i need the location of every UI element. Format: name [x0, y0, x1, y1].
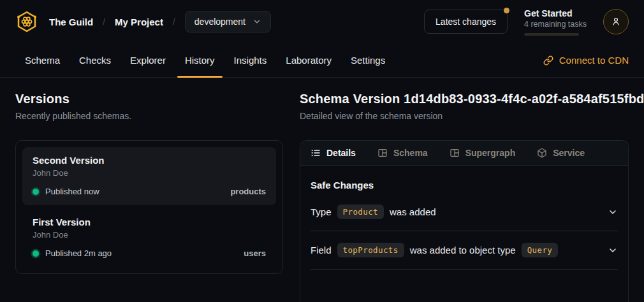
detail-tab-label: Service [553, 148, 585, 158]
user-avatar[interactable] [603, 9, 629, 34]
schema-version-subtitle: Detailed view of the schema version [300, 111, 629, 121]
breadcrumb-project[interactable]: My Project [115, 17, 163, 27]
tab-schema[interactable]: Schema [15, 43, 70, 77]
version-author: John Doe [33, 168, 266, 178]
get-started-widget[interactable]: Get Started 4 remaining tasks [524, 8, 587, 36]
change-code-badge: topProducts [337, 243, 404, 257]
header: The Guild / My Project / development Lat… [0, 0, 644, 43]
detail-tab-label: Supergraph [465, 148, 516, 158]
tab-checks[interactable]: Checks [70, 43, 121, 77]
breadcrumb-separator: / [103, 17, 105, 27]
change-text: Field [311, 245, 332, 255]
link-icon [543, 55, 553, 66]
chevron-down-icon[interactable] [608, 207, 618, 217]
published-status-icon [33, 250, 39, 257]
version-list-item[interactable]: First Version John Doe Published 2m ago … [22, 209, 276, 267]
tab-laboratory[interactable]: Laboratory [276, 43, 341, 77]
tab-history[interactable]: History [175, 43, 224, 77]
version-service: products [230, 187, 266, 196]
detail-tab-service[interactable]: Service [537, 148, 585, 158]
detail-tab-details[interactable]: Details [311, 148, 356, 158]
notification-dot [504, 8, 509, 13]
get-started-title: Get Started [524, 8, 587, 18]
version-status: Published 2m ago [45, 248, 112, 258]
connect-to-cdn-link[interactable]: Connect to CDN [543, 43, 629, 77]
tab-insights[interactable]: Insights [224, 43, 277, 77]
nav-tabs: Schema Checks Explorer History Insights … [15, 43, 395, 77]
detail-tab-bar: Details Schema [300, 141, 628, 166]
detail-tab-label: Schema [393, 148, 428, 158]
columns-icon [450, 148, 460, 158]
list-icon [311, 148, 321, 158]
version-meta: Published 2m ago users [33, 248, 266, 258]
change-code-badge: Product [337, 205, 384, 219]
detail-tab-supergraph[interactable]: Supergraph [450, 148, 516, 158]
target-nav: Schema Checks Explorer History Insights … [0, 43, 644, 78]
environment-selector-value: development [194, 17, 245, 27]
change-row[interactable]: Type Product was added [311, 193, 618, 231]
environment-selector[interactable]: development [185, 11, 271, 32]
tab-settings[interactable]: Settings [341, 43, 395, 77]
version-detail-panel: Details Schema [300, 140, 629, 302]
chevron-down-icon[interactable] [608, 245, 618, 255]
connect-to-cdn-label: Connect to CDN [559, 55, 629, 66]
versions-subtitle: Recently published schemas. [15, 111, 283, 121]
get-started-subtitle: 4 remaining tasks [524, 20, 587, 29]
version-list-item[interactable]: Second Version John Doe Published now pr… [22, 147, 276, 205]
schema-version-title: Schema Version 1d14db83-0933-4f4c-a02f-a… [300, 92, 629, 106]
header-actions: Latest changes Get Started 4 remaining t… [424, 8, 629, 36]
latest-changes-label: Latest changes [435, 17, 496, 27]
versions-column: Versions Recently published schemas. Sec… [15, 92, 283, 302]
chevron-down-icon [252, 17, 261, 26]
version-detail-column: Schema Version 1d14db83-0933-4f4c-a02f-a… [300, 92, 629, 302]
change-text: was added to object type [410, 245, 516, 255]
tab-explorer[interactable]: Explorer [121, 43, 175, 77]
change-code-badge: Query [522, 243, 559, 257]
detail-tab-label: Details [326, 148, 356, 158]
get-started-progress-bar [524, 33, 579, 36]
user-icon [610, 16, 622, 27]
safe-changes-heading: Safe Changes [311, 180, 618, 191]
published-status-icon [33, 189, 39, 195]
detail-body: Safe Changes Type Product was added Fiel… [300, 166, 628, 270]
app-window: The Guild / My Project / development Lat… [0, 0, 644, 302]
versions-title: Versions [15, 92, 283, 106]
versions-list: Second Version John Doe Published now pr… [15, 140, 283, 274]
version-author: John Doe [33, 230, 266, 240]
breadcrumb: The Guild / My Project / development [15, 10, 271, 33]
version-meta: Published now products [33, 187, 266, 196]
version-name: First Version [33, 217, 266, 227]
change-text: Type [311, 206, 332, 217]
detail-tab-schema[interactable]: Schema [377, 148, 428, 158]
columns-icon [377, 148, 388, 158]
main-content: Versions Recently published schemas. Sec… [0, 78, 644, 302]
version-status: Published now [45, 187, 99, 196]
cube-icon [537, 148, 547, 158]
breadcrumb-org[interactable]: The Guild [49, 17, 93, 27]
latest-changes-button[interactable]: Latest changes [424, 10, 508, 34]
version-service: users [244, 248, 266, 258]
version-name: Second Version [33, 155, 266, 166]
hive-logo-icon[interactable] [15, 10, 38, 33]
change-text: was added [390, 206, 436, 217]
breadcrumb-separator: / [173, 17, 175, 27]
change-row[interactable]: Field topProducts was added to object ty… [311, 231, 618, 270]
